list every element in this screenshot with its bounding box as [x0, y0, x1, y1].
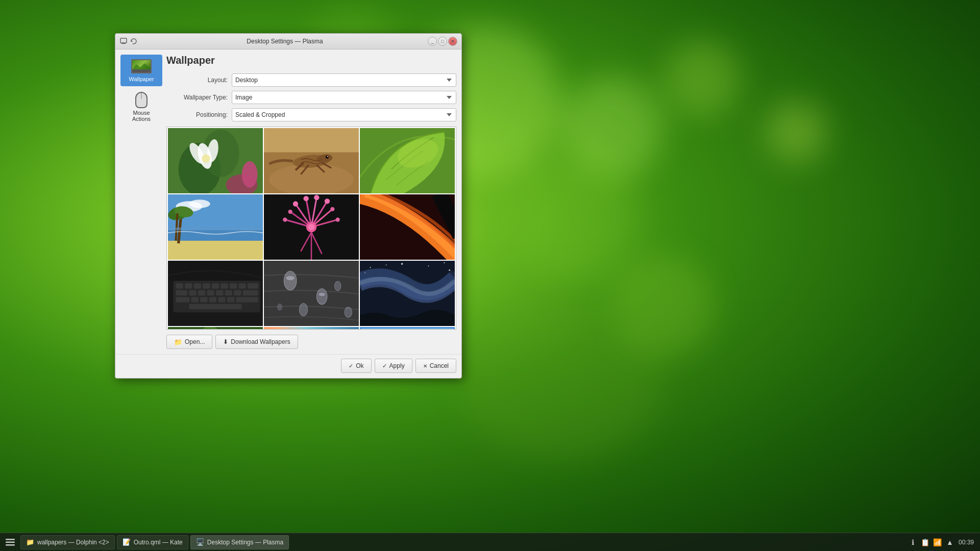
titlebar-menu-icon[interactable]: [119, 37, 128, 45]
svg-point-96: [370, 267, 371, 268]
dialog-title: Desktop Settings — Plasma: [142, 38, 428, 45]
apply-check-icon: [382, 362, 387, 369]
tray-wifi-icon[interactable]: 📶: [933, 538, 942, 547]
svg-point-29: [189, 199, 210, 208]
svg-rect-116: [6, 539, 15, 540]
layout-select[interactable]: Desktop: [232, 73, 456, 87]
svg-marker-2: [132, 63, 152, 69]
svg-point-101: [364, 272, 365, 273]
taskbar-menu-button[interactable]: [2, 534, 18, 550]
tray-clipboard-icon[interactable]: 📋: [921, 538, 930, 547]
dolphin-label: wallpapers — Dolphin <2>: [37, 539, 109, 546]
dialog-titlebar: Desktop Settings — Plasma _ □ ✕: [115, 34, 461, 49]
svg-rect-0: [120, 38, 127, 43]
svg-rect-83: [236, 297, 258, 302]
taskbar-item-kate[interactable]: 📝 Outro.qml — Kate: [117, 535, 188, 549]
svg-rect-34: [168, 228, 263, 230]
wallpaper-thumb-grass-sky[interactable]: [360, 327, 455, 330]
wallpaper-thumb-beach[interactable]: [168, 194, 263, 260]
apply-button[interactable]: Apply: [375, 359, 412, 373]
open-button[interactable]: Open...: [166, 335, 212, 349]
wallpaper-actions-row: Open... Download Wallpapers: [166, 335, 456, 349]
sidebar-item-wallpaper[interactable]: Wallpaper: [120, 55, 162, 86]
wallpaper-thumb-orange[interactable]: [360, 194, 455, 260]
window-control-buttons: _ □ ✕: [428, 37, 457, 46]
svg-point-98: [401, 263, 403, 265]
svg-point-50: [330, 207, 334, 211]
desktop-settings-dialog: Desktop Settings — Plasma _ □ ✕: [115, 33, 462, 379]
download-button-label: Download Wallpapers: [231, 338, 290, 345]
wallpaper-thumb-aurora[interactable]: [360, 261, 455, 326]
desktop-settings-label: Desktop Settings — Plasma: [207, 539, 283, 546]
sidebar-wallpaper-label: Wallpaper: [129, 76, 154, 82]
svg-point-94: [345, 307, 352, 318]
cancel-button-label: Cancel: [430, 362, 449, 369]
cancel-button[interactable]: Cancel: [415, 359, 456, 373]
svg-rect-117: [6, 541, 15, 543]
svg-point-22: [327, 156, 328, 157]
minimize-button[interactable]: _: [428, 37, 437, 46]
close-button[interactable]: ✕: [448, 37, 457, 46]
tray-arrow-icon[interactable]: ▲: [945, 538, 954, 547]
svg-point-51: [336, 217, 340, 221]
svg-rect-63: [203, 283, 210, 288]
sidebar-item-mouse-actions[interactable]: Mouse Actions: [120, 88, 162, 126]
positioning-label: Positioning:: [166, 111, 228, 118]
ok-button[interactable]: Ok: [341, 359, 371, 373]
wallpaper-thumb-green-nature[interactable]: [168, 327, 263, 330]
maximize-button[interactable]: □: [438, 37, 447, 46]
taskbar-item-desktop-settings[interactable]: 🖥️ Desktop Settings — Plasma: [190, 535, 289, 549]
page-title: Wallpaper: [166, 55, 456, 66]
svg-rect-73: [216, 290, 223, 295]
wallpaper-thumb-water-drops[interactable]: [264, 261, 359, 326]
download-wallpapers-button[interactable]: Download Wallpapers: [215, 335, 298, 349]
svg-rect-80: [209, 297, 216, 302]
wallpaper-thumb-keyboard[interactable]: [168, 261, 263, 326]
svg-rect-72: [207, 290, 214, 295]
svg-rect-62: [194, 283, 201, 288]
sidebar: Wallpaper Mouse Actions: [120, 55, 166, 349]
positioning-row: Positioning: Scaled & Cropped Scaled Cen…: [166, 108, 456, 121]
bottom-left-buttons: Open... Download Wallpapers: [166, 335, 298, 349]
wallpaper-thumb-green-leaf[interactable]: [360, 128, 455, 193]
wallpaper-grid-container[interactable]: [166, 127, 456, 330]
kate-label: Outro.qml — Kate: [134, 539, 183, 546]
svg-point-9: [202, 155, 210, 163]
svg-rect-118: [6, 544, 15, 546]
svg-point-102: [449, 269, 450, 271]
wallpaper-icon: [131, 59, 152, 74]
wallpaper-thumb-lizard[interactable]: [264, 128, 359, 193]
svg-point-99: [428, 265, 429, 266]
svg-rect-69: [176, 290, 188, 295]
svg-point-49: [283, 217, 287, 221]
dialog-body: Wallpaper Mouse Actions Wallpaper Layout…: [115, 49, 461, 354]
svg-point-45: [304, 196, 309, 201]
tray-info-icon[interactable]: ℹ: [909, 538, 918, 547]
svg-point-89: [316, 289, 327, 305]
svg-point-44: [293, 201, 298, 206]
cancel-x-icon: [423, 362, 427, 369]
taskbar-item-dolphin[interactable]: 📁 wallpapers — Dolphin <2>: [20, 535, 115, 549]
svg-rect-61: [185, 283, 192, 288]
svg-rect-66: [230, 283, 237, 288]
svg-point-11: [242, 161, 258, 188]
svg-rect-70: [189, 290, 196, 295]
wallpaper-thumb-pink-flower[interactable]: [264, 194, 359, 260]
wallpaper-thumb-abstract-gradient[interactable]: [264, 327, 359, 330]
titlebar-left-icons: [119, 37, 138, 45]
dialog-action-buttons: Ok Apply Cancel: [341, 359, 456, 373]
positioning-select[interactable]: Scaled & Cropped Scaled Centered Tiled S…: [232, 108, 456, 121]
open-button-label: Open...: [185, 338, 205, 345]
svg-rect-64: [212, 283, 219, 288]
wallpaper-type-select[interactable]: Image: [232, 91, 456, 104]
wallpaper-type-row: Wallpaper Type: Image: [166, 91, 456, 104]
wallpaper-type-label: Wallpaper Type:: [166, 94, 228, 101]
svg-rect-67: [238, 283, 246, 288]
download-icon: [223, 338, 228, 345]
wallpaper-thumb-tropical-flower[interactable]: [168, 128, 263, 193]
svg-point-92: [334, 281, 340, 291]
svg-point-100: [444, 262, 445, 263]
svg-point-47: [325, 198, 330, 204]
svg-point-97: [386, 264, 387, 265]
titlebar-refresh-icon[interactable]: [130, 37, 138, 45]
